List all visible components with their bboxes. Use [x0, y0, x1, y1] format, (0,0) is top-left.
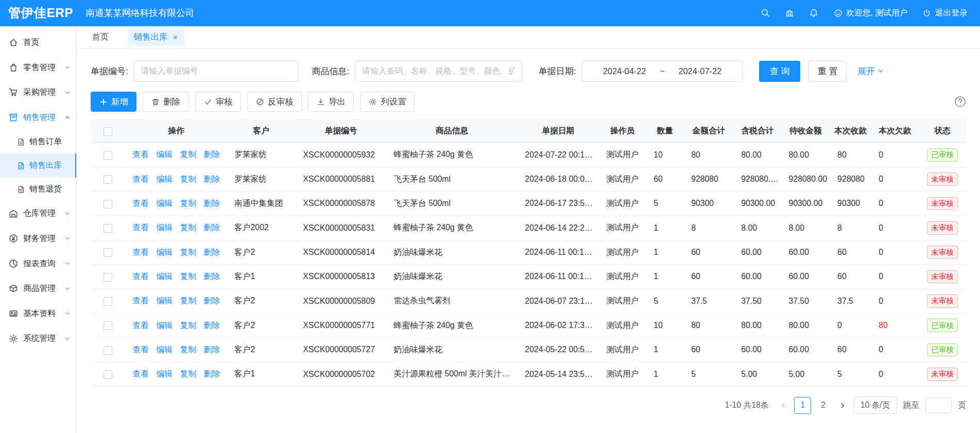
row-checkbox[interactable]	[104, 297, 112, 306]
welcome-user[interactable]: 欢迎您, 测试用户	[834, 8, 907, 19]
sidebar-item-sales-order[interactable]: 销售订单	[0, 130, 76, 153]
view-link[interactable]: 查看	[132, 345, 149, 354]
column-settings-button[interactable]: 列设置	[360, 92, 415, 112]
sidebar-item-sales-outbound[interactable]: 销售出库	[0, 153, 76, 177]
copy-link[interactable]: 复制	[180, 150, 196, 159]
sidebar-item-sales-return[interactable]: 销售退货	[0, 178, 76, 201]
column-header: 商品信息	[386, 119, 518, 143]
sidebar-item-system[interactable]: 系统管理	[0, 326, 76, 351]
delete-link[interactable]: 删除	[204, 248, 220, 256]
copy-link[interactable]: 复制	[180, 248, 196, 256]
tab-home[interactable]: 首页	[92, 31, 109, 43]
edit-link[interactable]: 编辑	[156, 223, 173, 232]
view-link[interactable]: 查看	[132, 175, 149, 183]
date-start[interactable]: 2024-04-22	[603, 66, 646, 76]
copy-link[interactable]: 复制	[180, 345, 196, 354]
close-icon[interactable]	[173, 34, 178, 40]
row-checkbox[interactable]	[104, 200, 112, 209]
edit-link[interactable]: 编辑	[156, 345, 173, 354]
edit-link[interactable]: 编辑	[156, 272, 173, 281]
view-link[interactable]: 查看	[132, 199, 149, 207]
delete-link[interactable]: 删除	[204, 223, 220, 232]
copy-link[interactable]: 复制	[180, 223, 196, 232]
product-info-input[interactable]	[355, 61, 522, 82]
page-number-1[interactable]: 1	[794, 397, 811, 414]
row-checkbox[interactable]	[104, 321, 112, 330]
sidebar-item-sales[interactable]: 销售管理	[0, 105, 76, 130]
view-link[interactable]: 查看	[132, 369, 149, 378]
cell-owed: 80	[871, 313, 919, 337]
delete-link[interactable]: 删除	[204, 296, 220, 305]
copy-link[interactable]: 复制	[180, 272, 196, 281]
unaudit-button[interactable]: 反审核	[247, 92, 302, 112]
copy-link[interactable]: 复制	[180, 199, 196, 207]
edit-link[interactable]: 编辑	[156, 248, 173, 256]
search-icon[interactable]	[761, 8, 770, 18]
edit-link[interactable]: 编辑	[156, 199, 173, 207]
view-link[interactable]: 查看	[132, 296, 149, 305]
cell-tax-total: 60.00	[734, 240, 781, 264]
row-checkbox[interactable]	[104, 151, 112, 160]
logout-button[interactable]: 退出登录	[922, 8, 967, 19]
row-checkbox[interactable]	[104, 346, 112, 355]
cell-received: 0	[830, 313, 871, 337]
sidebar-item-warehouse[interactable]: 仓库管理	[0, 201, 76, 227]
row-checkbox[interactable]	[104, 273, 112, 282]
date-end[interactable]: 2024-07-22	[678, 66, 721, 76]
date-range-picker[interactable]: 2024-04-22 ~ 2024-07-22	[581, 61, 743, 82]
cell-qty: 1	[646, 338, 684, 362]
order-no-input[interactable]	[134, 61, 298, 82]
view-link[interactable]: 查看	[132, 321, 149, 330]
page-number-2[interactable]: 2	[815, 397, 832, 414]
help-icon[interactable]	[954, 96, 966, 108]
delete-link[interactable]: 删除	[204, 345, 220, 354]
cell-owed: 0	[871, 362, 919, 386]
edit-link[interactable]: 编辑	[156, 150, 173, 159]
sidebar-item-basic[interactable]: 基本资料	[0, 301, 76, 326]
company-name: 南通某某网络科技有限公司	[85, 7, 194, 19]
sidebar-item-product[interactable]: 商品管理	[0, 276, 76, 301]
select-all-checkbox[interactable]	[104, 127, 112, 136]
delete-link[interactable]: 删除	[204, 150, 220, 159]
view-link[interactable]: 查看	[132, 248, 149, 256]
edit-link[interactable]: 编辑	[156, 175, 173, 183]
sidebar-item-home[interactable]: 首页	[0, 30, 76, 55]
delete-button[interactable]: 删除	[143, 92, 188, 112]
view-link[interactable]: 查看	[132, 272, 149, 281]
building-icon[interactable]	[785, 8, 794, 18]
delete-link[interactable]: 删除	[204, 369, 220, 378]
add-button[interactable]: 新增	[91, 92, 136, 112]
edit-link[interactable]: 编辑	[156, 369, 173, 378]
view-link[interactable]: 查看	[132, 223, 149, 232]
edit-link[interactable]: 编辑	[156, 321, 173, 330]
tab-sales-outbound[interactable]: 销售出库	[128, 28, 184, 46]
query-button[interactable]: 查 询	[759, 61, 800, 82]
sidebar-item-finance[interactable]: 财务管理	[0, 226, 76, 251]
edit-link[interactable]: 编辑	[156, 296, 173, 305]
row-checkbox[interactable]	[104, 248, 112, 257]
row-checkbox[interactable]	[104, 370, 112, 379]
audit-button[interactable]: 审核	[195, 92, 241, 112]
delete-link[interactable]: 删除	[204, 175, 220, 183]
sidebar-item-retail[interactable]: 零售管理	[0, 55, 76, 80]
bell-icon[interactable]	[809, 8, 818, 18]
copy-link[interactable]: 复制	[180, 296, 196, 305]
jump-page-input[interactable]	[925, 397, 952, 414]
expand-link[interactable]: 展开	[857, 65, 884, 77]
prev-page-icon[interactable]	[779, 402, 788, 409]
next-page-icon[interactable]	[838, 402, 847, 409]
delete-link[interactable]: 删除	[204, 199, 220, 207]
row-checkbox[interactable]	[104, 175, 112, 184]
view-link[interactable]: 查看	[132, 150, 149, 159]
sidebar-item-purchase[interactable]: 采购管理	[0, 80, 76, 105]
copy-link[interactable]: 复制	[180, 321, 196, 330]
reset-button[interactable]: 重 置	[809, 61, 847, 82]
copy-link[interactable]: 复制	[180, 369, 196, 378]
page-size-select[interactable]: 10 条/页	[854, 396, 897, 414]
delete-link[interactable]: 删除	[204, 272, 220, 281]
export-button[interactable]: 导出	[308, 92, 354, 112]
row-checkbox[interactable]	[104, 224, 112, 233]
copy-link[interactable]: 复制	[180, 175, 196, 183]
sidebar-item-report[interactable]: 报表查询	[0, 251, 76, 276]
delete-link[interactable]: 删除	[204, 321, 220, 330]
